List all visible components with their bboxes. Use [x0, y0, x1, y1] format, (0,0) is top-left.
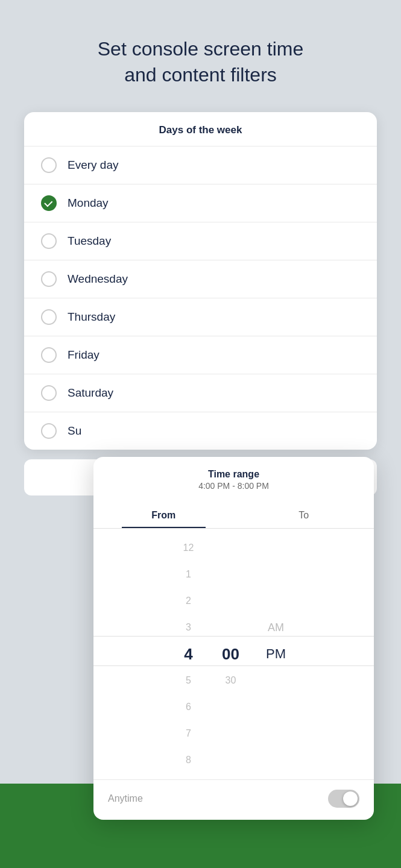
radio-wednesday[interactable]: [41, 271, 57, 287]
radio-thursday[interactable]: [41, 309, 57, 325]
day-row-friday[interactable]: Friday: [24, 336, 377, 374]
radio-sunday[interactable]: [41, 423, 57, 439]
hour-item-3: 3: [168, 614, 210, 641]
days-card: Days of the week Every day Monday Tuesda…: [24, 112, 377, 450]
radio-monday[interactable]: [41, 195, 57, 211]
day-label-thursday: Thursday: [68, 310, 115, 324]
hour-item-8: 8: [168, 747, 210, 773]
toggle-knob: [343, 791, 358, 806]
ampm-item-empty4: [252, 667, 300, 694]
time-range-tabs: From To: [93, 503, 374, 529]
time-range-subtitle: 4:00 PM - 8:00 PM: [93, 481, 374, 491]
minute-item-empty1: [210, 535, 252, 561]
day-row-every-day[interactable]: Every day: [24, 146, 377, 184]
ampm-item-am: AM: [252, 614, 300, 641]
time-range-header: Time range 4:00 PM - 8:00 PM: [93, 457, 374, 495]
day-row-thursday[interactable]: Thursday: [24, 298, 377, 336]
radio-saturday[interactable]: [41, 385, 57, 401]
day-label-tuesday: Tuesday: [68, 234, 111, 248]
day-label-wednesday: Wednesday: [68, 272, 128, 286]
day-label-sunday: Su: [68, 424, 81, 438]
radio-every-day[interactable]: [41, 157, 57, 173]
minute-item-empty7: [210, 747, 252, 773]
hour-item-12: 12: [168, 535, 210, 561]
day-label-every-day: Every day: [68, 159, 118, 172]
minute-item-empty5: [210, 694, 252, 720]
radio-friday[interactable]: [41, 347, 57, 363]
day-label-monday: Monday: [68, 197, 109, 210]
hour-item-5: 5: [168, 667, 210, 694]
day-row-saturday[interactable]: Saturday: [24, 374, 377, 412]
tab-from[interactable]: From: [93, 503, 234, 528]
ampm-item-empty6: [252, 720, 300, 747]
time-range-popup: Time range 4:00 PM - 8:00 PM From To 12 …: [93, 457, 374, 820]
minute-item-empty4: [210, 614, 252, 641]
hour-item-1: 1: [168, 561, 210, 588]
tab-to[interactable]: To: [234, 503, 374, 528]
day-row-tuesday[interactable]: Tuesday: [24, 222, 377, 260]
anytime-toggle[interactable]: [328, 790, 359, 808]
day-row-monday[interactable]: Monday: [24, 184, 377, 222]
hour-item-6: 6: [168, 694, 210, 720]
minute-item-00-selected: 00: [210, 641, 252, 667]
minute-item-30: 30: [210, 667, 252, 694]
ampm-item-empty1: [252, 535, 300, 561]
ampm-item-empty2: [252, 561, 300, 588]
day-row-wednesday[interactable]: Wednesday: [24, 260, 377, 298]
anytime-row: Anytime: [93, 779, 374, 820]
hour-column[interactable]: 12 1 2 3 4 5 6 7 8: [168, 535, 210, 773]
hour-item-7: 7: [168, 720, 210, 747]
picker-columns: 12 1 2 3 4 5 6 7 8 00 30: [93, 535, 374, 773]
ampm-column[interactable]: AM PM: [252, 535, 300, 773]
ampm-item-empty5: [252, 694, 300, 720]
minute-column[interactable]: 00 30: [210, 535, 252, 773]
page-header: Set console screen time and content filt…: [0, 0, 401, 106]
minute-item-empty6: [210, 720, 252, 747]
days-card-header: Days of the week: [24, 112, 377, 146]
ampm-item-pm-selected: PM: [252, 641, 300, 667]
hour-item-2: 2: [168, 588, 210, 614]
header-title: Set console screen time and content filt…: [98, 38, 304, 86]
radio-tuesday[interactable]: [41, 233, 57, 249]
time-picker-area: 12 1 2 3 4 5 6 7 8 00 30: [93, 529, 374, 779]
day-label-friday: Friday: [68, 348, 99, 362]
hour-item-4-selected: 4: [168, 641, 210, 667]
anytime-label: Anytime: [108, 793, 143, 804]
time-range-title: Time range: [93, 469, 374, 480]
minute-item-empty3: [210, 588, 252, 614]
minute-item-empty2: [210, 561, 252, 588]
day-row-sunday[interactable]: Su: [24, 412, 377, 450]
day-label-saturday: Saturday: [68, 386, 113, 400]
ampm-item-empty3: [252, 588, 300, 614]
ampm-item-empty7: [252, 747, 300, 773]
